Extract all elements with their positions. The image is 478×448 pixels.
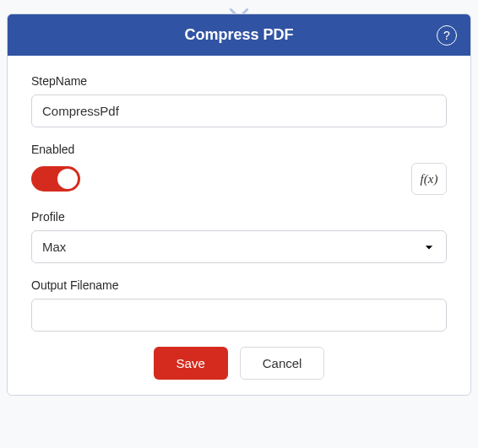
card-title: Compress PDF: [184, 26, 293, 44]
enabled-toggle[interactable]: [31, 166, 80, 192]
card-body: StepName Enabled f(x) Profile Max Output…: [8, 56, 470, 395]
card-header: Compress PDF ?: [8, 14, 470, 56]
field-enabled: Enabled f(x): [31, 143, 447, 195]
compress-pdf-card: Compress PDF ? StepName Enabled f(x) Pro…: [7, 13, 471, 396]
actions: Save Cancel: [31, 347, 447, 380]
toggle-knob: [57, 169, 78, 189]
enabled-row: f(x): [31, 163, 447, 195]
help-icon[interactable]: ?: [437, 25, 457, 46]
profile-label: Profile: [31, 210, 447, 224]
save-button[interactable]: Save: [154, 347, 228, 380]
output-filename-label: Output Filename: [31, 278, 447, 292]
fx-icon: f(x): [421, 172, 438, 186]
field-output-filename: Output Filename: [31, 278, 447, 332]
step-name-label: StepName: [31, 74, 447, 88]
profile-select[interactable]: Max: [31, 230, 447, 263]
field-step-name: StepName: [31, 74, 447, 127]
enabled-label: Enabled: [31, 143, 447, 156]
fx-button[interactable]: f(x): [411, 163, 447, 195]
output-filename-input[interactable]: [31, 299, 447, 332]
field-profile: Profile Max: [31, 210, 447, 263]
cancel-button[interactable]: Cancel: [240, 347, 325, 380]
step-name-input[interactable]: [31, 94, 447, 127]
